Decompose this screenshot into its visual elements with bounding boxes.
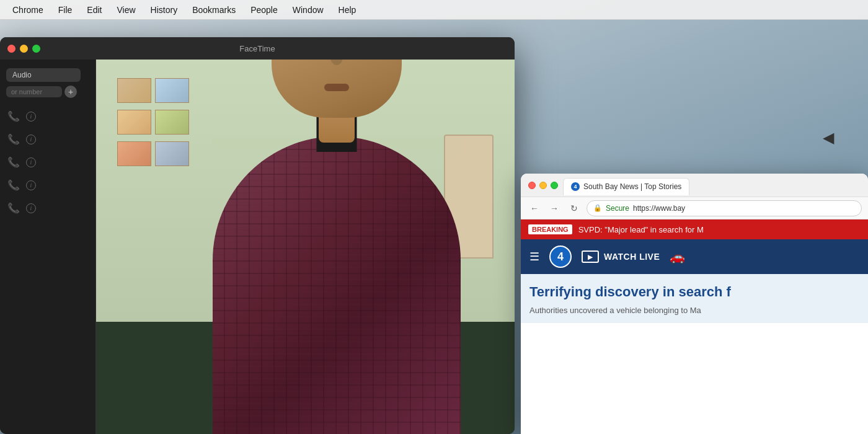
menu-item-chrome[interactable]: Chrome <box>6 2 50 17</box>
facetime-title: FaceTime <box>239 44 275 53</box>
browser-close-button[interactable] <box>528 182 536 189</box>
menu-bar: Chrome File Edit View History Bookmarks … <box>0 0 868 20</box>
article-area: Terrifying discovery in search f Authori… <box>521 274 868 323</box>
wall-photos <box>117 78 192 171</box>
audio-button[interactable]: Audio <box>6 68 81 82</box>
play-icon-box: ▶ <box>582 250 599 263</box>
contact-item[interactable]: 📞 i <box>0 105 95 127</box>
url-text: https://www.bay <box>633 204 685 213</box>
breaking-label: BREAKING <box>528 224 572 234</box>
phone-icon: 📞 <box>7 156 20 168</box>
reload-button[interactable]: ↻ <box>567 201 582 216</box>
add-contact-button[interactable]: + <box>64 86 77 98</box>
wall-photo <box>117 141 151 166</box>
facetime-fullscreen-button[interactable] <box>32 45 40 53</box>
tab-title: South Bay News | Top Stories <box>583 182 681 191</box>
facetime-close-button[interactable] <box>7 45 16 53</box>
sidebar-top: Audio + <box>0 64 95 102</box>
contact-item[interactable]: 📞 i <box>0 151 95 173</box>
contact-item[interactable]: 📞 i <box>0 174 95 196</box>
site-logo[interactable]: 4 <box>549 246 572 268</box>
address-bar[interactable]: 🔒 Secure https://www.bay <box>587 200 862 216</box>
contact-search-input[interactable] <box>6 86 62 97</box>
watch-live-label: WATCH LIVE <box>604 252 660 262</box>
browser-tab[interactable]: 4 South Bay News | Top Stories <box>563 178 689 195</box>
person-nose <box>330 60 343 65</box>
facetime-sidebar: Audio + 📞 i 📞 i 📞 <box>0 60 96 434</box>
menu-item-file[interactable]: File <box>52 2 79 17</box>
menu-item-people[interactable]: People <box>244 2 284 17</box>
facetime-minimize-button[interactable] <box>20 45 28 53</box>
shirt-plaid <box>213 136 461 434</box>
site-favicon: 4 <box>571 182 580 191</box>
menu-item-bookmarks[interactable]: Bookmarks <box>186 2 242 17</box>
contact-item[interactable]: 📞 i <box>0 197 95 219</box>
browser-traffic-lights <box>528 182 558 189</box>
menu-item-window[interactable]: Window <box>286 2 330 17</box>
browser-fullscreen-button[interactable] <box>551 182 558 189</box>
phone-icon: 📞 <box>7 179 20 191</box>
browser-nav-bar: ← → ↻ 🔒 Secure https://www.bay <box>521 197 868 219</box>
lock-icon: 🔒 <box>593 204 602 212</box>
menu-item-help[interactable]: Help <box>332 2 363 17</box>
person-mouth <box>324 84 349 91</box>
person-video-feed <box>182 60 492 434</box>
browser-minimize-button[interactable] <box>539 182 547 189</box>
browser-titlebar: 4 South Bay News | Top Stories <box>521 174 868 197</box>
watch-live-button[interactable]: ▶ WATCH LIVE <box>582 250 660 263</box>
traffic-car-icon: 🚗 <box>670 249 685 264</box>
facetime-titlebar: FaceTime <box>0 37 515 60</box>
info-icon[interactable]: i <box>26 203 36 213</box>
facetime-body: Audio + 📞 i 📞 i 📞 <box>0 60 515 434</box>
play-icon: ▶ <box>588 254 593 260</box>
info-icon[interactable]: i <box>26 157 36 167</box>
forward-button[interactable]: → <box>547 201 562 216</box>
info-icon[interactable]: i <box>26 135 36 144</box>
person-head <box>272 60 402 118</box>
browser-window: 4 South Bay News | Top Stories ← → ↻ 🔒 S… <box>521 174 868 434</box>
phone-icon: 📞 <box>7 133 20 145</box>
hamburger-menu-icon[interactable]: ☰ <box>529 250 539 264</box>
breaking-text: SVPD: "Major lead" in search for M <box>578 225 704 234</box>
secure-label: Secure <box>606 204 629 213</box>
facetime-window: FaceTime Audio + 📞 i 📞 i <box>0 37 515 434</box>
contact-list: 📞 i 📞 i 📞 i 📞 i <box>0 102 95 429</box>
menu-item-edit[interactable]: Edit <box>81 2 108 17</box>
info-icon[interactable]: i <box>26 180 36 190</box>
article-headline: Terrifying discovery in search f <box>529 284 859 300</box>
menu-item-view[interactable]: View <box>110 2 141 17</box>
article-subtext: Authorities uncovered a vehicle belongin… <box>529 305 859 316</box>
site-navbar: ☰ 4 ▶ WATCH LIVE 🚗 <box>521 239 868 274</box>
search-row: + <box>6 86 89 98</box>
facetime-traffic-lights <box>7 45 40 53</box>
facetime-video-area <box>96 60 515 434</box>
phone-icon: 📞 <box>7 110 20 122</box>
info-icon[interactable]: i <box>26 112 36 122</box>
breaking-news-bar: BREAKING SVPD: "Major lead" in search fo… <box>521 219 868 239</box>
contact-item[interactable]: 📞 i <box>0 128 95 150</box>
wall-photo <box>117 110 151 135</box>
phone-icon: 📞 <box>7 202 20 214</box>
wall-photo <box>117 78 151 103</box>
menu-item-history[interactable]: History <box>144 2 184 17</box>
back-button[interactable]: ← <box>527 201 542 216</box>
